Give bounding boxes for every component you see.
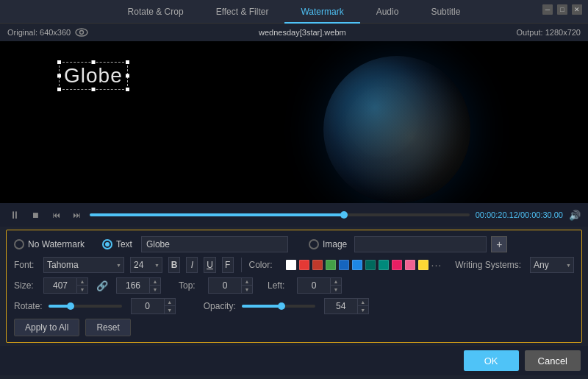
handle-ml[interactable] [57, 74, 61, 78]
opacity-up[interactable]: ▲ [358, 299, 368, 306]
cancel-button[interactable]: Cancel [525, 350, 581, 371]
underline-button[interactable]: U [204, 257, 215, 273]
color-white[interactable] [286, 260, 296, 270]
color-pink[interactable] [405, 260, 415, 270]
opacity-slider-thumb[interactable] [278, 302, 285, 310]
progress-thumb[interactable] [340, 211, 348, 219]
image-radio[interactable] [309, 239, 319, 249]
visibility-icon[interactable] [75, 28, 88, 37]
font-select[interactable]: Tahoma Arial Times New Roman [43, 257, 124, 273]
close-button[interactable]: ✕ [572, 4, 582, 15]
color-red[interactable] [299, 260, 309, 270]
size-width-up[interactable]: ▲ [77, 278, 87, 286]
left-up[interactable]: ▲ [331, 278, 341, 286]
writing-systems-select[interactable]: Any Latin CJK [530, 257, 574, 273]
link-dimensions-icon[interactable]: 🔗 [96, 280, 108, 291]
no-watermark-option[interactable]: No Watermark [14, 239, 85, 249]
handle-bm[interactable] [91, 88, 95, 91]
apply-to-all-button[interactable]: Apply to All [14, 319, 79, 336]
tab-effect-filter[interactable]: Effect & Filter [200, 0, 285, 24]
color-label: Color: [249, 260, 273, 270]
watermark-type-row: No Watermark Text Image + [14, 236, 574, 252]
rotate-slider-track[interactable] [49, 305, 122, 308]
watermark-text-input[interactable] [141, 236, 288, 252]
color-blue[interactable] [352, 260, 362, 270]
current-time: 00:00:20.12 [476, 210, 518, 219]
rotate-up[interactable]: ▲ [165, 299, 175, 306]
opacity-input[interactable] [324, 298, 358, 314]
watermark-panel: No Watermark Text Image + Font: Tahoma A… [6, 230, 582, 343]
playback-bar: ⏸ ⏹ ⏮ ⏭ 00:00:20.12/00:00:30.00 🔊 [0, 203, 588, 227]
add-image-button[interactable]: + [491, 236, 507, 252]
handle-br[interactable] [126, 88, 129, 91]
handle-mr[interactable] [126, 74, 129, 78]
image-option[interactable]: Image [309, 239, 347, 249]
rotate-input[interactable] [131, 298, 165, 314]
video-info-bar: Original: 640x360 wednesday[3star].webm … [0, 24, 588, 41]
minimize-button[interactable]: ─ [542, 4, 553, 15]
handle-tr[interactable] [126, 60, 129, 64]
prev-frame-button[interactable]: ⏮ [49, 208, 63, 222]
maximize-button[interactable]: □ [557, 4, 567, 15]
no-watermark-label: No Watermark [28, 239, 85, 249]
top-up[interactable]: ▲ [242, 278, 252, 286]
pause-button[interactable]: ⏸ [7, 208, 22, 222]
original-size-label: Original: 640x360 [7, 28, 71, 37]
size-row: Size: ▲ ▼ 🔗 ▲ ▼ Top: ▲ ▼ Left: [14, 277, 574, 294]
reset-button[interactable]: Reset [85, 319, 130, 336]
text-radio[interactable] [102, 239, 112, 249]
color-dark-teal[interactable] [365, 260, 376, 270]
no-watermark-radio[interactable] [14, 239, 24, 249]
handle-tl[interactable] [57, 60, 61, 64]
tab-audio[interactable]: Audio [360, 0, 415, 24]
left-input[interactable] [297, 277, 331, 294]
image-path-input[interactable] [354, 236, 487, 252]
ok-button[interactable]: OK [464, 350, 519, 371]
volume-icon[interactable]: 🔊 [569, 210, 581, 221]
tab-rotate-crop[interactable]: Rotate & Crop [112, 0, 200, 24]
more-colors-button[interactable]: ··· [431, 259, 442, 271]
opacity-arrows: ▲ ▼ [358, 298, 369, 314]
font-select-wrapper: Tahoma Arial Times New Roman [43, 257, 124, 273]
tab-subtitle[interactable]: Subtitle [415, 0, 476, 24]
color-teal[interactable] [379, 260, 389, 270]
watermark-overlay[interactable]: Globe [59, 62, 128, 90]
left-label: Left: [268, 280, 291, 291]
tab-watermark[interactable]: Watermark [284, 0, 359, 24]
italic-button[interactable]: I [186, 257, 198, 273]
strikethrough-button[interactable]: F [222, 257, 234, 273]
size-height-down[interactable]: ▼ [150, 286, 160, 293]
size-width-input[interactable] [43, 277, 77, 294]
handle-tm[interactable] [91, 60, 95, 64]
rotate-label: Rotate: [14, 301, 43, 311]
stop-button[interactable]: ⏹ [28, 208, 43, 222]
bold-button[interactable]: B [168, 257, 180, 273]
rotate-down[interactable]: ▼ [165, 306, 175, 314]
handle-bl[interactable] [57, 88, 61, 91]
opacity-slider-track[interactable] [242, 305, 315, 308]
divider [241, 258, 242, 272]
progress-track[interactable] [90, 213, 470, 216]
opacity-down[interactable]: ▼ [358, 306, 368, 314]
left-down[interactable]: ▼ [331, 286, 341, 293]
color-dark-blue[interactable] [339, 260, 349, 270]
top-down[interactable]: ▼ [242, 286, 252, 293]
left-spinbox: ▲ ▼ [297, 277, 342, 294]
size-height-up[interactable]: ▲ [150, 278, 160, 286]
color-yellow[interactable] [418, 260, 429, 270]
font-label: Font: [14, 260, 37, 270]
left-arrows: ▲ ▼ [331, 277, 342, 294]
next-frame-button[interactable]: ⏭ [69, 208, 84, 222]
text-option[interactable]: Text [102, 239, 132, 249]
top-input[interactable] [208, 277, 242, 294]
writing-systems-wrapper: Any Latin CJK [530, 257, 574, 273]
rotate-slider-thumb[interactable] [67, 302, 74, 310]
color-dark-red[interactable] [312, 260, 323, 270]
size-height-input[interactable] [116, 277, 150, 294]
font-row: Font: Tahoma Arial Times New Roman 24 12… [14, 257, 574, 273]
video-canvas: Globe [0, 41, 588, 203]
color-green[interactable] [326, 260, 336, 270]
color-magenta[interactable] [392, 260, 402, 270]
size-width-down[interactable]: ▼ [77, 286, 87, 293]
font-size-select[interactable]: 24 12 16 18 20 28 32 36 [130, 257, 162, 273]
